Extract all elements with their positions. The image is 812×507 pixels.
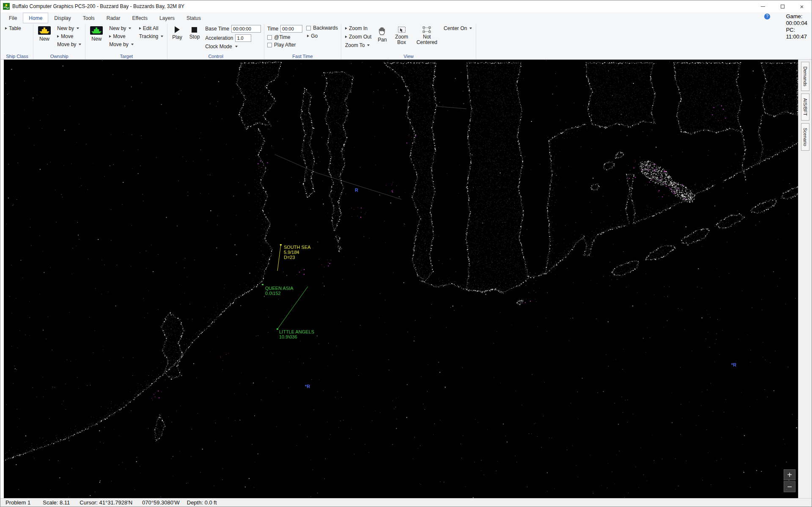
group-caption-ownship: Ownship [33,54,85,59]
reference-marker[interactable]: R [355,187,358,193]
statusbar: Problem 1 Scale: 8.11 Cursor: 41°31.7928… [0,498,812,507]
chart-area[interactable]: + − SOUTH SEA 5.9/184 D=23QUEEN ASIA 0.0… [4,60,798,498]
side-tab-scenario[interactable]: Scenario [801,123,809,151]
target-move-label: Move [113,33,125,39]
target-move-by-button[interactable]: Move by [108,41,134,48]
zoom-in-label: Zoom In [349,25,368,31]
ownship-move-button[interactable]: Move [56,33,74,40]
chevron-down-icon [235,46,238,47]
group-caption-fast-time: Fast Time [264,54,341,59]
target-new-button[interactable]: New [88,25,104,53]
at-time-checkbox[interactable] [267,35,272,40]
side-tab-demands[interactable]: Demands [801,62,809,91]
zoom-box-label: Zoom Box [394,34,409,45]
ownship-new-label: New [39,36,49,42]
table-button[interactable]: Table [4,25,22,32]
play-after-label: Play After [274,42,296,48]
reference-marker[interactable]: *R [305,384,310,389]
clock-mode-button[interactable]: Clock Mode [205,44,237,50]
chevron-down-icon [79,44,81,45]
ribbon-group-ship-class: Table Ship Class [1,24,33,59]
pc-clock-value: 11:00:47 [786,33,807,40]
tracking-label: Tracking [139,33,159,39]
chevron-down-icon [77,28,79,29]
ownship-new-button[interactable]: New [36,25,52,53]
ribbon: Table Ship Class New New by Move M [0,23,812,60]
vessel-label-queen-asia[interactable]: QUEEN ASIA 0.0\152 [265,286,294,296]
stop-icon [192,27,197,33]
chevron-down-icon [129,28,131,29]
not-centered-icon [422,26,431,33]
not-centered-label: NotCentered [417,34,437,45]
zoom-box-button[interactable]: Zoom Box [392,25,411,53]
close-button[interactable]: × [792,0,812,12]
chart-zoom-in-button[interactable]: + [784,469,796,480]
menu-tab-home[interactable]: Home [23,13,48,23]
go-button[interactable]: Go [306,33,318,39]
backwards-label: Backwards [313,25,338,31]
menu-tab-file[interactable]: File [3,13,23,23]
go-label: Go [311,33,318,39]
chart-zoom-out-button[interactable]: − [784,481,796,492]
stop-button[interactable]: Stop [188,25,202,53]
edit-all-button[interactable]: Edit All [138,25,159,32]
app-icon [3,3,10,10]
center-on-label: Center On [444,25,467,31]
fast-time-input[interactable] [280,25,302,33]
window-title: Buffalo Computer Graphics PCS-200 - Buzz… [12,3,184,9]
minimize-button[interactable] [753,0,773,12]
group-caption-view: View [341,54,476,59]
play-label: Play [172,34,182,40]
menu-tab-radar[interactable]: Radar [101,13,126,23]
zoom-in-button[interactable]: Zoom In [344,25,368,32]
ribbon-group-ownship: New New by Move Move by Ownship [33,24,85,59]
status-scale: Scale: 8.11 [43,499,70,506]
menu-tab-layers[interactable]: Layers [154,13,181,23]
maximize-icon [781,5,785,8]
menu-tab-display[interactable]: Display [48,13,77,23]
chevron-down-icon [131,44,134,45]
edit-all-icon [139,27,141,30]
ownship-new-by-label: New by [57,25,74,31]
menu-tab-status[interactable]: Status [181,13,207,23]
menu-tab-effects[interactable]: Effects [126,13,153,23]
play-button[interactable]: Play [170,25,184,53]
target-new-by-label: New by [109,25,126,31]
side-tab-ais-bft[interactable]: AIS/BFT [801,94,809,121]
stop-label: Stop [189,34,200,40]
vessel-label-little-angels[interactable]: LITTLE ANGELS 10.9\036 [279,329,314,339]
target-move-by-label: Move by [109,41,128,47]
maximize-button[interactable] [773,0,792,12]
backwards-checkbox[interactable] [306,26,311,30]
tracking-button[interactable]: Tracking [138,33,165,40]
base-time-input[interactable] [231,25,261,33]
zoom-to-label: Zoom To [345,42,365,48]
acceleration-input[interactable] [235,34,251,42]
zoom-to-button[interactable]: Zoom To [344,42,370,49]
center-on-button[interactable]: Center On [443,25,473,32]
menu-tab-tools[interactable]: Tools [77,13,101,23]
target-move-button[interactable]: Move [108,33,126,40]
ownship-ship-icon [38,26,51,35]
window-controls: × [753,0,812,12]
zoom-out-button[interactable]: Zoom Out [344,33,372,40]
not-centered-button[interactable]: NotCentered [415,25,439,53]
help-icon[interactable]: ? [764,14,770,19]
vessel-label-south-sea[interactable]: SOUTH SEA 5.9/184 D=23 [284,245,311,260]
move-icon [109,35,111,38]
play-after-checkbox[interactable] [267,43,272,47]
base-time-label: Base Time [205,26,229,32]
ribbon-group-view: Zoom In Zoom Out Zoom To Pan [341,24,476,59]
zoom-out-icon [345,36,347,38]
target-new-by-button[interactable]: New by [108,25,132,32]
pan-button[interactable]: Pan [376,25,388,53]
table-icon [5,27,7,30]
reference-marker[interactable]: *R [731,362,736,367]
zoom-box-icon [398,26,406,33]
clock-readout: Game: 00:00:04 PC: 11:00:47 [786,13,807,40]
menu-tabs: FileHomeDisplayToolsRadarEffectsLayersSt… [3,13,207,23]
ownship-new-by-button[interactable]: New by [56,25,80,32]
ownship-move-by-button[interactable]: Move by [56,41,82,48]
nautical-chart-canvas[interactable] [4,60,798,498]
main-area: + − SOUTH SEA 5.9/184 D=23QUEEN ASIA 0.0… [0,60,812,498]
